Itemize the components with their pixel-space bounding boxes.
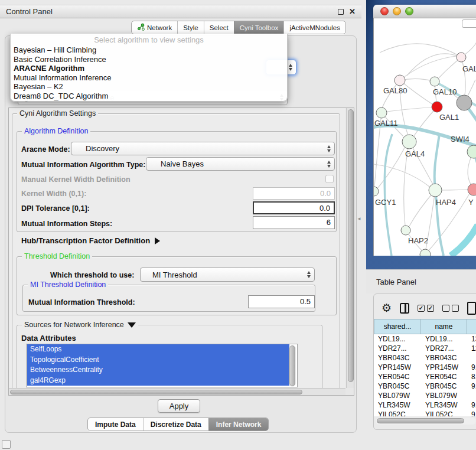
- network-edge[interactable]: [375, 148, 405, 191]
- attribute-list-item[interactable]: gal4RGexp: [27, 376, 289, 386]
- network-edge-highlight[interactable]: [384, 134, 392, 256]
- network-node-gal4[interactable]: [402, 135, 416, 149]
- network-node-gal10[interactable]: [430, 77, 439, 86]
- network-graph[interactable]: GALGAL80GAL10GAL1GAL11GAL4SWI4GCY1HAP4YH…: [374, 18, 476, 256]
- table-row[interactable]: YPR145WYPR145W9.: [374, 363, 476, 372]
- tab-cyni-toolbox[interactable]: Cyni Toolbox: [234, 21, 284, 34]
- network-edge[interactable]: [380, 44, 461, 57]
- network-node-gal[interactable]: [457, 53, 466, 62]
- mi-steps-input[interactable]: 6: [253, 216, 335, 229]
- network-node-gal1[interactable]: [432, 102, 442, 112]
- table-row[interactable]: YLR345WYLR345W9.: [374, 400, 476, 410]
- hub-definition-toggle[interactable]: Hub/Transcription Factor Definition: [21, 236, 160, 245]
- network-node-gal11[interactable]: [376, 107, 387, 118]
- table-cell: 9: [467, 410, 476, 416]
- network-node-gal80[interactable]: [395, 75, 405, 86]
- table-row[interactable]: YDR27...YDR27...12: [374, 344, 476, 353]
- node-label: GAL11: [374, 119, 398, 128]
- network-window-titlebar[interactable]: [373, 5, 476, 18]
- deselect-rows-icon[interactable]: [442, 305, 459, 312]
- settings-horizontal-scrollbar[interactable]: [9, 388, 345, 395]
- zoom-window-icon[interactable]: [405, 7, 413, 15]
- float-window-icon[interactable]: [338, 9, 344, 15]
- kernel-width-input[interactable]: 0.0: [253, 187, 335, 200]
- combo-stepper-icon: [304, 271, 314, 278]
- table-cell: YBL079W: [421, 391, 467, 400]
- table-cell: YER054C: [374, 372, 421, 381]
- function-icon[interactable]: [467, 302, 476, 315]
- table-row[interactable]: YER054CYER054C8.: [374, 372, 476, 381]
- tab-style[interactable]: Style: [177, 21, 204, 34]
- network-node-y[interactable]: [468, 184, 476, 195]
- split-table-icon[interactable]: [400, 303, 409, 314]
- network-edge[interactable]: [387, 107, 437, 112]
- column-header[interactable]: shared...: [374, 319, 421, 334]
- tab-infer-network[interactable]: Infer Network: [208, 418, 269, 431]
- network-edge[interactable]: [374, 164, 429, 187]
- aracne-mode-label: Aracne Mode:: [21, 145, 70, 154]
- network-node-swi4[interactable]: [467, 145, 476, 158]
- network-edge[interactable]: [442, 190, 468, 190]
- table-body: YDL19...YDL19...13YDR27...YDR27...12YBR0…: [374, 334, 476, 416]
- table-row[interactable]: YIL052CYIL052C9: [374, 410, 476, 416]
- table-cell: YDL19...: [374, 334, 421, 344]
- algorithm-option[interactable]: Dream8 DC_TDC Algorithm: [11, 92, 287, 101]
- network-edge[interactable]: [400, 56, 457, 80]
- aracne-mode-select[interactable]: Discovery: [71, 142, 335, 155]
- table-row[interactable]: YBL079WYBL079W: [374, 391, 476, 400]
- network-node-hap2[interactable]: [401, 226, 410, 235]
- node-label: Y: [468, 198, 474, 207]
- table-row[interactable]: YBR043CYBR043C: [374, 353, 476, 363]
- attribute-list-item[interactable]: TopologicalCoefficient: [27, 355, 289, 366]
- network-node[interactable]: [457, 95, 472, 110]
- table-row[interactable]: YDL19...YDL19...13: [374, 334, 476, 344]
- dpi-tolerance-input[interactable]: 0.0: [253, 201, 335, 214]
- tab-jactivemnodules[interactable]: jActiveMNodules: [283, 21, 345, 34]
- algorithm-option[interactable]: Bayesian – Hill Climbing: [11, 45, 287, 55]
- gear-icon[interactable]: ⚙: [382, 302, 392, 314]
- table-cell: 12: [467, 344, 476, 353]
- close-window-icon[interactable]: [380, 7, 389, 15]
- dpi-tolerance-label: DPI Tolerance [0,1]:: [21, 204, 90, 213]
- algorithm-option[interactable]: Mutual Information Inference: [11, 73, 287, 83]
- table-horizontal-scrollbar[interactable]: [376, 418, 476, 425]
- attribute-list-item[interactable]: BetweennessCentrality: [27, 365, 289, 376]
- mi-algorithm-type-select[interactable]: Naive Bayes: [146, 157, 335, 171]
- table-toolbar: ⚙ ✓✓: [382, 300, 476, 317]
- table-cell: YBL079W: [374, 391, 421, 400]
- algorithm-option[interactable]: ARACNE Algorithm: [11, 64, 287, 73]
- list-scrollbar[interactable]: [289, 345, 296, 387]
- control-panel-titlebar: Control Panel ✕: [0, 5, 361, 18]
- sources-group-title[interactable]: Sources for Network Inference: [22, 321, 138, 329]
- expanded-arrow-icon: [128, 322, 136, 328]
- select-all-rows-icon[interactable]: ✓✓: [418, 305, 434, 312]
- table-header-row: shared... name A: [374, 319, 476, 334]
- algorithm-option[interactable]: Bayesian – K2: [11, 82, 287, 92]
- network-node-hap4[interactable]: [429, 184, 442, 197]
- network-edge-highlight[interactable]: [451, 225, 476, 256]
- settings-vertical-scrollbar[interactable]: [346, 108, 354, 388]
- algorithm-option[interactable]: Basic Correlation Inference: [11, 55, 287, 64]
- docked-panel-icon[interactable]: [2, 440, 11, 449]
- network-view-canvas[interactable]: GALGAL80GAL10GAL1GAL11GAL4SWI4GCY1HAP4YH…: [373, 18, 476, 256]
- close-icon[interactable]: ✕: [349, 9, 356, 15]
- which-threshold-select[interactable]: MI Threshold: [140, 268, 315, 282]
- cyni-algorithm-settings-title: Cyni Algorithm Settings: [17, 109, 98, 118]
- column-header[interactable]: A: [467, 319, 476, 334]
- network-edge[interactable]: [461, 57, 465, 95]
- data-attributes-list[interactable]: SelfLoopsTopologicalCoefficientBetweenne…: [26, 344, 298, 387]
- table-row[interactable]: YBR045CYBR045C9.: [374, 381, 476, 391]
- algorithm-definition-title: Algorithm Definition: [22, 127, 90, 135]
- apply-button[interactable]: Apply: [158, 399, 200, 413]
- minimize-window-icon[interactable]: [393, 7, 401, 15]
- algorithm-dropdown-popup: Select algorithm to view settings Bayesi…: [10, 34, 288, 102]
- mi-threshold-input[interactable]: 0.5: [248, 295, 315, 308]
- tab-select[interactable]: Select: [204, 21, 234, 34]
- tab-network[interactable]: Network: [132, 21, 177, 34]
- manual-kernel-width-checkbox[interactable]: [325, 175, 334, 183]
- panel-collapse-handle[interactable]: ◄: [357, 216, 361, 221]
- column-header[interactable]: name: [421, 319, 467, 334]
- attribute-list-item[interactable]: SelfLoops: [27, 344, 289, 355]
- tab-impute-data[interactable]: Impute Data: [88, 418, 143, 431]
- tab-discretize-data[interactable]: Discretize Data: [143, 418, 208, 431]
